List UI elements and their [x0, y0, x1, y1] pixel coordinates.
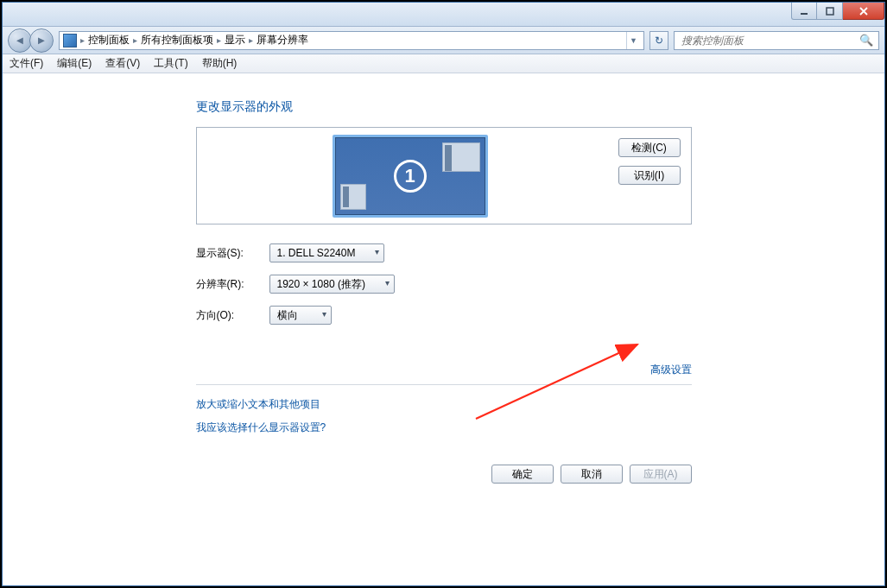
apply-button[interactable]: 应用(A): [630, 465, 692, 484]
chevron-down-icon: ▼: [630, 36, 637, 45]
search-input[interactable]: [680, 34, 859, 47]
menu-file[interactable]: 文件(F): [10, 56, 43, 71]
monitor-preview-area[interactable]: 1: [202, 133, 618, 218]
chevron-right-icon: ▸: [80, 35, 85, 45]
orientation-select[interactable]: 横向: [269, 306, 332, 325]
identify-button[interactable]: 识别(I): [618, 166, 681, 185]
orientation-row: 方向(O): 横向: [196, 306, 692, 325]
refresh-icon: ↻: [655, 35, 663, 47]
help-links: 放大或缩小文本和其他项目 我应该选择什么显示器设置?: [196, 397, 692, 435]
breadcrumb-item[interactable]: 所有控制面板项: [141, 33, 213, 47]
display-row: 显示器(S): 1. DELL S2240M: [196, 243, 692, 262]
which-settings-link[interactable]: 我应该选择什么显示器设置?: [196, 420, 692, 435]
chevron-right-icon: ▸: [249, 35, 253, 45]
advanced-settings-link[interactable]: 高级设置: [650, 364, 692, 376]
advanced-row: 高级设置: [196, 337, 692, 385]
cancel-button[interactable]: 取消: [561, 465, 623, 484]
back-button[interactable]: ◄: [8, 28, 32, 53]
search-box[interactable]: 🔍: [674, 31, 879, 50]
forward-icon: ►: [36, 34, 48, 47]
preview-side-buttons: 检测(C) 识别(I): [618, 133, 686, 218]
orientation-value: 横向: [277, 308, 298, 323]
menu-help[interactable]: 帮助(H): [202, 56, 238, 71]
resolution-value: 1920 × 1080 (推荐): [277, 277, 365, 292]
breadcrumb-item[interactable]: 显示: [225, 33, 245, 47]
minimize-button[interactable]: [791, 3, 817, 20]
content-area: 更改显示器的外观 1 检测(C) 识别(I) 显示器(S):: [3, 73, 884, 585]
settings-form: 显示器(S): 1. DELL S2240M 分辨率(R): 1920 × 10…: [196, 243, 692, 325]
menu-view[interactable]: 查看(V): [105, 56, 140, 71]
detect-button[interactable]: 检测(C): [618, 138, 681, 157]
resolution-label: 分辨率(R):: [196, 277, 269, 292]
address-toolbar: ◄ ► ▸ 控制面板 ▸ 所有控制面板项 ▸ 显示 ▸ 屏幕分辨率 ▼ ↻ 🔍: [3, 27, 884, 54]
resolution-select[interactable]: 1920 × 1080 (推荐): [269, 275, 395, 294]
window-controls: [791, 3, 884, 20]
text-size-link[interactable]: 放大或缩小文本和其他项目: [196, 397, 692, 412]
breadcrumb-item[interactable]: 控制面板: [88, 33, 130, 47]
breadcrumb-item[interactable]: 屏幕分辨率: [257, 33, 308, 47]
back-icon: ◄: [15, 34, 26, 47]
svg-rect-0: [801, 13, 808, 15]
control-panel-icon: [63, 34, 77, 47]
display-select[interactable]: 1. DELL S2240M: [269, 243, 384, 262]
menu-edit[interactable]: 编辑(E): [57, 56, 92, 71]
close-button[interactable]: [843, 3, 884, 20]
resolution-row: 分辨率(R): 1920 × 1080 (推荐): [196, 275, 692, 294]
menu-bar: 文件(F) 编辑(E) 查看(V) 工具(T) 帮助(H): [3, 54, 884, 73]
chevron-right-icon: ▸: [217, 35, 221, 45]
menu-tools[interactable]: 工具(T): [154, 56, 187, 71]
svg-rect-1: [827, 8, 833, 15]
display-value: 1. DELL S2240M: [277, 247, 356, 259]
address-dropdown[interactable]: ▼: [626, 32, 640, 49]
chevron-right-icon: ▸: [133, 35, 137, 45]
window-thumbnail-icon: [340, 184, 366, 210]
refresh-button[interactable]: ↻: [649, 31, 668, 50]
ok-button[interactable]: 确定: [491, 465, 554, 484]
address-bar[interactable]: ▸ 控制面板 ▸ 所有控制面板项 ▸ 显示 ▸ 屏幕分辨率 ▼: [59, 31, 644, 50]
display-preview-box: 1 检测(C) 识别(I): [196, 127, 692, 224]
maximize-icon: [826, 7, 834, 16]
minimize-icon: [800, 7, 808, 16]
titlebar[interactable]: [3, 3, 884, 27]
monitor-number: 1: [394, 160, 427, 193]
forward-button[interactable]: ►: [29, 28, 54, 53]
search-icon: 🔍: [859, 34, 873, 47]
window-frame: ◄ ► ▸ 控制面板 ▸ 所有控制面板项 ▸ 显示 ▸ 屏幕分辨率 ▼ ↻ 🔍 …: [2, 2, 885, 586]
orientation-label: 方向(O):: [196, 308, 269, 323]
settings-panel: 更改显示器的外观 1 检测(C) 识别(I) 显示器(S):: [196, 94, 692, 585]
nav-buttons: ◄ ►: [8, 28, 54, 53]
monitor-preview[interactable]: 1: [333, 135, 488, 218]
close-icon: [858, 7, 869, 16]
dialog-buttons: 确定 取消 应用(A): [196, 465, 692, 484]
maximize-button[interactable]: [817, 3, 843, 20]
page-title: 更改显示器的外观: [196, 99, 692, 115]
display-label: 显示器(S):: [196, 246, 269, 261]
window-thumbnail-icon: [442, 142, 480, 172]
